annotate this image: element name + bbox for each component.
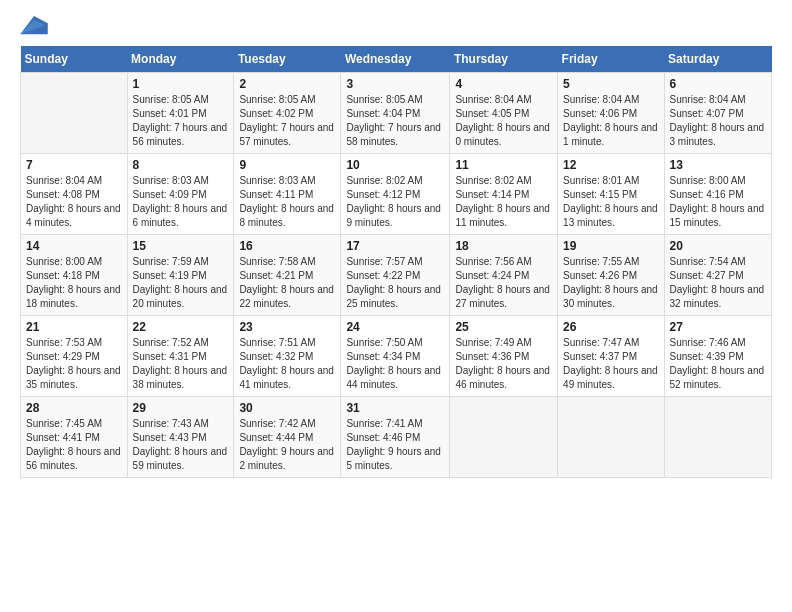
calendar-cell [450,397,558,478]
weekday-header: Wednesday [341,46,450,73]
calendar-week-row: 7 Sunrise: 8:04 AMSunset: 4:08 PMDayligh… [21,154,772,235]
day-info: Sunrise: 7:57 AMSunset: 4:22 PMDaylight:… [346,255,444,311]
calendar-cell: 16 Sunrise: 7:58 AMSunset: 4:21 PMDaylig… [234,235,341,316]
calendar-cell: 18 Sunrise: 7:56 AMSunset: 4:24 PMDaylig… [450,235,558,316]
calendar-cell: 17 Sunrise: 7:57 AMSunset: 4:22 PMDaylig… [341,235,450,316]
weekday-header: Tuesday [234,46,341,73]
day-info: Sunrise: 8:00 AMSunset: 4:16 PMDaylight:… [670,174,766,230]
day-info: Sunrise: 8:05 AMSunset: 4:02 PMDaylight:… [239,93,335,149]
day-number: 9 [239,158,335,172]
day-number: 10 [346,158,444,172]
day-number: 21 [26,320,122,334]
day-info: Sunrise: 8:02 AMSunset: 4:14 PMDaylight:… [455,174,552,230]
calendar-cell [558,397,664,478]
page-header [20,16,772,38]
day-number: 18 [455,239,552,253]
day-number: 24 [346,320,444,334]
day-info: Sunrise: 7:58 AMSunset: 4:21 PMDaylight:… [239,255,335,311]
calendar-cell: 13 Sunrise: 8:00 AMSunset: 4:16 PMDaylig… [664,154,771,235]
calendar-cell: 22 Sunrise: 7:52 AMSunset: 4:31 PMDaylig… [127,316,234,397]
calendar-cell: 12 Sunrise: 8:01 AMSunset: 4:15 PMDaylig… [558,154,664,235]
logo [20,16,52,38]
calendar-cell: 20 Sunrise: 7:54 AMSunset: 4:27 PMDaylig… [664,235,771,316]
weekday-header: Thursday [450,46,558,73]
day-number: 14 [26,239,122,253]
calendar-cell [21,73,128,154]
day-number: 16 [239,239,335,253]
calendar-cell: 27 Sunrise: 7:46 AMSunset: 4:39 PMDaylig… [664,316,771,397]
day-info: Sunrise: 7:50 AMSunset: 4:34 PMDaylight:… [346,336,444,392]
logo-icon [20,16,48,38]
day-number: 2 [239,77,335,91]
day-number: 30 [239,401,335,415]
calendar-week-row: 21 Sunrise: 7:53 AMSunset: 4:29 PMDaylig… [21,316,772,397]
calendar-cell: 1 Sunrise: 8:05 AMSunset: 4:01 PMDayligh… [127,73,234,154]
day-number: 1 [133,77,229,91]
calendar-cell: 6 Sunrise: 8:04 AMSunset: 4:07 PMDayligh… [664,73,771,154]
day-number: 22 [133,320,229,334]
calendar-cell: 5 Sunrise: 8:04 AMSunset: 4:06 PMDayligh… [558,73,664,154]
day-info: Sunrise: 8:04 AMSunset: 4:08 PMDaylight:… [26,174,122,230]
day-number: 7 [26,158,122,172]
day-number: 15 [133,239,229,253]
day-info: Sunrise: 8:04 AMSunset: 4:05 PMDaylight:… [455,93,552,149]
day-number: 31 [346,401,444,415]
calendar-week-row: 14 Sunrise: 8:00 AMSunset: 4:18 PMDaylig… [21,235,772,316]
weekday-header: Monday [127,46,234,73]
day-info: Sunrise: 7:49 AMSunset: 4:36 PMDaylight:… [455,336,552,392]
day-number: 28 [26,401,122,415]
day-info: Sunrise: 7:51 AMSunset: 4:32 PMDaylight:… [239,336,335,392]
day-info: Sunrise: 8:02 AMSunset: 4:12 PMDaylight:… [346,174,444,230]
day-info: Sunrise: 7:55 AMSunset: 4:26 PMDaylight:… [563,255,658,311]
day-number: 20 [670,239,766,253]
calendar-cell: 2 Sunrise: 8:05 AMSunset: 4:02 PMDayligh… [234,73,341,154]
day-info: Sunrise: 8:05 AMSunset: 4:01 PMDaylight:… [133,93,229,149]
calendar-cell: 28 Sunrise: 7:45 AMSunset: 4:41 PMDaylig… [21,397,128,478]
calendar-cell: 9 Sunrise: 8:03 AMSunset: 4:11 PMDayligh… [234,154,341,235]
calendar-cell: 10 Sunrise: 8:02 AMSunset: 4:12 PMDaylig… [341,154,450,235]
day-info: Sunrise: 8:00 AMSunset: 4:18 PMDaylight:… [26,255,122,311]
day-info: Sunrise: 8:04 AMSunset: 4:06 PMDaylight:… [563,93,658,149]
day-info: Sunrise: 7:56 AMSunset: 4:24 PMDaylight:… [455,255,552,311]
day-info: Sunrise: 8:03 AMSunset: 4:09 PMDaylight:… [133,174,229,230]
day-info: Sunrise: 8:04 AMSunset: 4:07 PMDaylight:… [670,93,766,149]
calendar-cell: 25 Sunrise: 7:49 AMSunset: 4:36 PMDaylig… [450,316,558,397]
calendar-cell: 19 Sunrise: 7:55 AMSunset: 4:26 PMDaylig… [558,235,664,316]
calendar-cell: 31 Sunrise: 7:41 AMSunset: 4:46 PMDaylig… [341,397,450,478]
day-info: Sunrise: 7:43 AMSunset: 4:43 PMDaylight:… [133,417,229,473]
day-number: 26 [563,320,658,334]
day-number: 3 [346,77,444,91]
calendar-cell: 8 Sunrise: 8:03 AMSunset: 4:09 PMDayligh… [127,154,234,235]
day-info: Sunrise: 8:03 AMSunset: 4:11 PMDaylight:… [239,174,335,230]
day-number: 23 [239,320,335,334]
day-number: 29 [133,401,229,415]
day-number: 27 [670,320,766,334]
day-number: 25 [455,320,552,334]
day-number: 6 [670,77,766,91]
weekday-header: Saturday [664,46,771,73]
calendar-table: SundayMondayTuesdayWednesdayThursdayFrid… [20,46,772,478]
day-info: Sunrise: 7:42 AMSunset: 4:44 PMDaylight:… [239,417,335,473]
calendar-week-row: 28 Sunrise: 7:45 AMSunset: 4:41 PMDaylig… [21,397,772,478]
day-info: Sunrise: 7:52 AMSunset: 4:31 PMDaylight:… [133,336,229,392]
day-info: Sunrise: 8:01 AMSunset: 4:15 PMDaylight:… [563,174,658,230]
day-number: 13 [670,158,766,172]
calendar-cell: 30 Sunrise: 7:42 AMSunset: 4:44 PMDaylig… [234,397,341,478]
calendar-cell: 3 Sunrise: 8:05 AMSunset: 4:04 PMDayligh… [341,73,450,154]
day-number: 12 [563,158,658,172]
weekday-header-row: SundayMondayTuesdayWednesdayThursdayFrid… [21,46,772,73]
weekday-header: Sunday [21,46,128,73]
calendar-cell: 26 Sunrise: 7:47 AMSunset: 4:37 PMDaylig… [558,316,664,397]
day-info: Sunrise: 7:46 AMSunset: 4:39 PMDaylight:… [670,336,766,392]
calendar-cell: 11 Sunrise: 8:02 AMSunset: 4:14 PMDaylig… [450,154,558,235]
day-number: 5 [563,77,658,91]
calendar-cell: 21 Sunrise: 7:53 AMSunset: 4:29 PMDaylig… [21,316,128,397]
day-number: 4 [455,77,552,91]
day-info: Sunrise: 7:47 AMSunset: 4:37 PMDaylight:… [563,336,658,392]
weekday-header: Friday [558,46,664,73]
calendar-cell: 7 Sunrise: 8:04 AMSunset: 4:08 PMDayligh… [21,154,128,235]
day-number: 8 [133,158,229,172]
calendar-week-row: 1 Sunrise: 8:05 AMSunset: 4:01 PMDayligh… [21,73,772,154]
calendar-cell: 23 Sunrise: 7:51 AMSunset: 4:32 PMDaylig… [234,316,341,397]
day-info: Sunrise: 7:54 AMSunset: 4:27 PMDaylight:… [670,255,766,311]
